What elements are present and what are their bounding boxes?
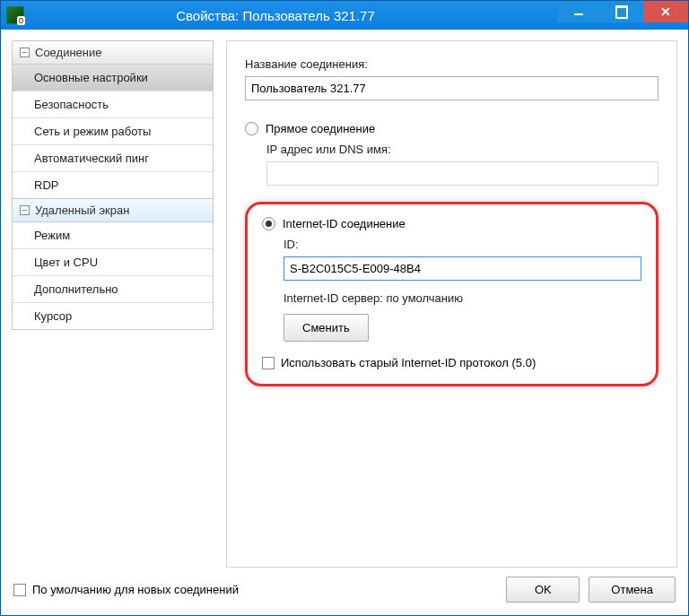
default-connections-row[interactable]: По умолчанию для новых соединений — [13, 583, 239, 596]
direct-connection-radio-row[interactable]: Прямое соединение — [245, 122, 658, 135]
internet-id-radio[interactable] — [262, 217, 275, 230]
dialog-footer: По умолчанию для новых соединений OK Отм… — [12, 568, 677, 604]
sidebar-group-header-remote-screen[interactable]: − Удаленный экран — [12, 199, 214, 222]
sidebar-item-network-mode[interactable]: Сеть и режим работы — [13, 118, 213, 145]
sidebar-group-header-connection[interactable]: − Соединение — [12, 40, 214, 65]
maximize-button[interactable] — [600, 1, 643, 22]
connection-name-input[interactable] — [245, 76, 658, 100]
sidebar-item-mode[interactable]: Режим — [13, 222, 213, 249]
main-area: − Соединение Основные настройки Безопасн… — [12, 40, 677, 568]
sidebar-group-remote-screen: − Удаленный экран Режим Цвет и CPU Допол… — [12, 199, 214, 330]
connection-name-label: Название соединения: — [245, 57, 658, 71]
window-title: Свойства: Пользователь 321.77 — [30, 8, 557, 23]
collapse-icon[interactable]: − — [20, 205, 30, 215]
sidebar-item-color-cpu[interactable]: Цвет и CPU — [13, 249, 213, 276]
old-protocol-checkbox[interactable] — [262, 357, 275, 369]
internet-id-radio-row[interactable]: Internet-ID соединение — [262, 217, 641, 230]
titlebar: Свойства: Пользователь 321.77 — [1, 1, 688, 30]
direct-connection-radio[interactable] — [245, 122, 258, 135]
sidebar-item-basic-settings[interactable]: Основные настройки — [13, 65, 213, 91]
id-field-label: ID: — [283, 238, 641, 251]
sidebar-item-cursor[interactable]: Курсор — [13, 303, 213, 329]
ok-button[interactable]: OK — [506, 577, 580, 603]
settings-panel: Название соединения: Прямое соединение I… — [226, 40, 677, 568]
minimize-button[interactable] — [557, 1, 600, 22]
internet-id-fields: ID: Internet-ID сервер: по умолчанию Сме… — [262, 238, 641, 342]
internet-id-input[interactable] — [283, 256, 641, 281]
old-protocol-row[interactable]: Использовать старый Internet-ID протокол… — [262, 356, 641, 369]
default-connections-label: По умолчанию для новых соединений — [32, 583, 239, 596]
cancel-button[interactable]: Отмена — [589, 577, 676, 603]
internet-id-highlight-box: Internet-ID соединение ID: Internet-ID с… — [245, 202, 658, 386]
sidebar: − Соединение Основные настройки Безопасн… — [12, 40, 214, 568]
content-area: − Соединение Основные настройки Безопасн… — [1, 30, 688, 615]
sidebar-item-rdp[interactable]: RDP — [13, 172, 213, 198]
sidebar-item-additional[interactable]: Дополнительно — [13, 276, 213, 303]
properties-window: Свойства: Пользователь 321.77 − Соединен… — [0, 0, 689, 616]
sidebar-item-security[interactable]: Безопасность — [13, 91, 213, 118]
sidebar-group-label: Удаленный экран — [35, 204, 129, 217]
change-server-button[interactable]: Сменить — [283, 314, 369, 342]
sidebar-items-connection: Основные настройки Безопасность Сеть и р… — [12, 65, 214, 199]
sidebar-item-auto-ping[interactable]: Автоматический пинг — [13, 145, 213, 172]
sidebar-group-label: Соединение — [35, 46, 102, 59]
close-button[interactable] — [643, 1, 688, 22]
internet-id-label: Internet-ID соединение — [283, 217, 406, 230]
default-connections-checkbox[interactable] — [13, 584, 26, 596]
direct-connection-fields: IP адрес или DNS имя: — [245, 143, 658, 186]
internet-id-server-label: Internet-ID сервер: по умолчанию — [283, 291, 641, 305]
sidebar-group-connection: − Соединение Основные настройки Безопасн… — [12, 40, 214, 199]
collapse-icon[interactable]: − — [20, 48, 30, 57]
ip-address-label: IP адрес или DNS имя: — [266, 143, 658, 156]
window-controls — [557, 1, 688, 30]
sidebar-items-remote-screen: Режим Цвет и CPU Дополнительно Курсор — [12, 222, 214, 330]
old-protocol-label: Использовать старый Internet-ID протокол… — [281, 356, 536, 369]
ip-address-input[interactable] — [266, 161, 658, 186]
direct-connection-label: Прямое соединение — [266, 122, 375, 135]
app-icon — [6, 6, 24, 24]
